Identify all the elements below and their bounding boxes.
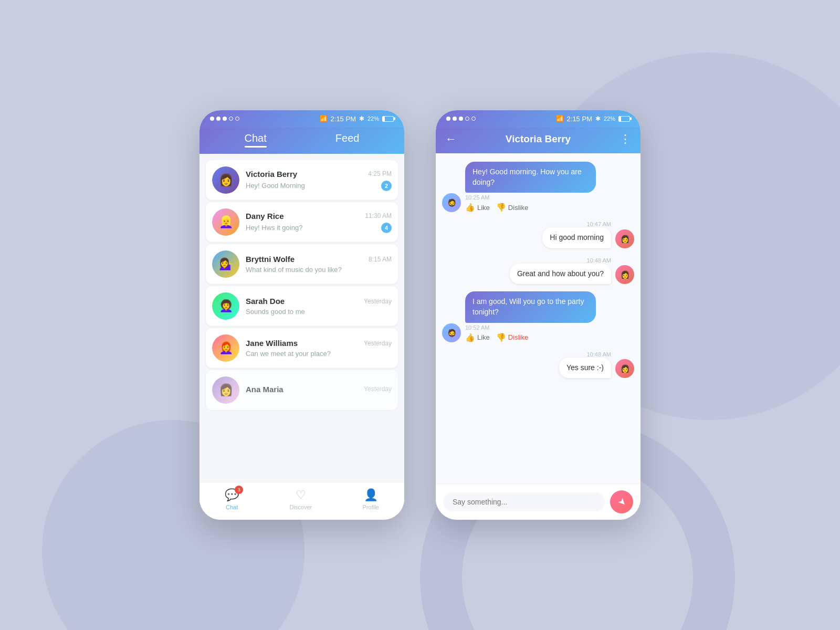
- chat-preview-row: What kind of music do you like?: [246, 266, 392, 274]
- battery-bar-2: [618, 116, 630, 122]
- message-time: 10:25 AM: [465, 194, 596, 201]
- list-item[interactable]: 👱‍♀️ Dany Rice 11:30 AM Hey! Hws it goin…: [206, 202, 398, 242]
- chat-name: Jane Williams: [246, 339, 298, 348]
- like-button[interactable]: 👍 Like: [465, 203, 490, 212]
- status-time-1: 2:15 PM: [331, 115, 356, 123]
- avatar-img: 👩‍🦰: [212, 334, 239, 362]
- chat-preview-row: Can we meet at your place?: [246, 350, 392, 358]
- dislike-button[interactable]: 👎 Dislike: [496, 333, 528, 342]
- chat-preview: Can we meet at your place?: [246, 350, 331, 358]
- avatar: 💁‍♀️: [212, 250, 239, 278]
- nav-item-discover[interactable]: ♡ Discover: [289, 488, 312, 510]
- signal-dots-2: [446, 117, 476, 121]
- list-item[interactable]: 👩‍🦱 Sarah Doe Yesterday Sounds good to m…: [206, 286, 398, 326]
- chat-name-row: Jane Williams Yesterday: [246, 339, 392, 348]
- nav-item-chat[interactable]: 💬 3 Chat: [225, 488, 239, 510]
- list-item[interactable]: 💁‍♀️ Bryttni Wolfe 8:15 AM What kind of …: [206, 244, 398, 284]
- chat-name: Bryttni Wolfe: [246, 255, 295, 264]
- chat-info: Bryttni Wolfe 8:15 AM What kind of music…: [246, 255, 392, 274]
- messages-area: 🧔 Hey! Good morning. How you are doing? …: [436, 153, 640, 484]
- chat-name: Sarah Doe: [246, 297, 285, 306]
- bluetooth-icon: ✱: [359, 115, 364, 122]
- chat-name-row: Dany Rice 11:30 AM: [246, 212, 392, 220]
- battery-fill-2: [619, 117, 621, 121]
- bluetooth-icon-2: ✱: [595, 115, 601, 122]
- message-content: 10:47 AM Hi good morning: [542, 219, 611, 248]
- chat-time: Yesterday: [364, 340, 392, 347]
- like-icon: 👍: [465, 333, 475, 342]
- like-label: Like: [477, 333, 490, 341]
- send-icon: ➤: [615, 495, 629, 509]
- dot4: [229, 117, 233, 121]
- battery-bar-1: [382, 116, 394, 122]
- chat-time: 4:25 PM: [368, 170, 392, 177]
- avatar-img: 💁‍♀️: [212, 250, 239, 278]
- chat-time: Yesterday: [364, 298, 392, 305]
- dislike-label: Dislike: [508, 333, 528, 341]
- nav-item-profile[interactable]: 👤 Profile: [363, 488, 379, 510]
- chat-time: 8:15 AM: [369, 256, 392, 263]
- bottom-navigation: 💬 3 Chat ♡ Discover 👤 Profile: [200, 482, 404, 520]
- dot1: [210, 117, 214, 121]
- message-time: 10:47 AM: [587, 221, 611, 227]
- chat-list: 👩 Victoria Berry 4:25 PM Hey! Good Morni…: [200, 154, 404, 482]
- chat-info: Jane Williams Yesterday Can we meet at y…: [246, 339, 392, 358]
- avatar-img: 👱‍♀️: [212, 208, 239, 236]
- status-bar-1: 📶 2:15 PM ✱ 22%: [200, 110, 404, 127]
- dot2: [216, 117, 220, 121]
- nav-label-chat: Chat: [226, 504, 238, 510]
- chat-info: Ana Maria Yesterday: [246, 385, 392, 396]
- avatar: 👩: [212, 166, 239, 194]
- message-bubble: I am good, Will you go to the party toni…: [465, 291, 596, 322]
- message-row: 🧔 I am good, Will you go to the party to…: [442, 291, 634, 342]
- message-bubble: Great and how about you?: [510, 264, 611, 285]
- back-button[interactable]: ←: [445, 132, 457, 146]
- avatar-img: 👩: [212, 376, 239, 404]
- message-content: 10:48 AM Yes sure :-): [559, 350, 611, 379]
- message-content: I am good, Will you go to the party toni…: [465, 291, 596, 342]
- avatar-img: 👩: [212, 166, 239, 194]
- list-item[interactable]: 👩 Victoria Berry 4:25 PM Hey! Good Morni…: [206, 160, 398, 200]
- message-bubble: Hi good morning: [542, 227, 611, 248]
- message-row: 🧔 Hey! Good morning. How you are doing? …: [442, 162, 634, 212]
- chat-name: Dany Rice: [246, 212, 284, 220]
- avatar: 👩‍🦰: [212, 334, 239, 362]
- nav-label-discover: Discover: [289, 504, 312, 510]
- battery-fill-1: [383, 117, 385, 121]
- list-item[interactable]: 👩 Ana Maria Yesterday: [206, 370, 398, 410]
- chat-list-header: Chat Feed: [200, 127, 404, 154]
- like-button[interactable]: 👍 Like: [465, 333, 490, 342]
- send-button[interactable]: ➤: [610, 490, 633, 513]
- message-bubble: Yes sure :-): [559, 358, 611, 379]
- chat-preview: Sounds good to me: [246, 308, 305, 316]
- chat-preview-row: Hey! Hws it going? 4: [246, 223, 392, 233]
- message-content: 10:48 AM Great and how about you?: [510, 256, 611, 285]
- recipient-avatar: 👩: [615, 229, 634, 248]
- more-options-button[interactable]: ⋮: [620, 132, 631, 146]
- list-item[interactable]: 👩‍🦰 Jane Williams Yesterday Can we meet …: [206, 328, 398, 368]
- sender-avatar: 🧔: [442, 193, 461, 212]
- chat-preview-row: Hey! Good Morning 2: [246, 181, 392, 191]
- nav-badge: 3: [235, 486, 243, 494]
- message-input-area: ➤: [436, 484, 640, 520]
- dislike-icon: 👎: [496, 333, 506, 342]
- tab-feed[interactable]: Feed: [335, 132, 360, 148]
- unread-badge: 4: [381, 223, 392, 233]
- chat-time: 11:30 AM: [365, 212, 392, 219]
- dislike-button[interactable]: 👎 Dislike: [496, 203, 528, 212]
- tab-chat[interactable]: Chat: [245, 132, 267, 148]
- message-time: 10:48 AM: [587, 257, 611, 264]
- chat-preview: Hey! Good Morning: [246, 182, 305, 190]
- status-time-2: 2:15 PM: [567, 115, 592, 123]
- chat-detail-header: ← Victoria Berry ⋮: [436, 127, 640, 153]
- message-input[interactable]: [443, 492, 605, 511]
- chat-info: Sarah Doe Yesterday Sounds good to me: [246, 297, 392, 316]
- header-tabs: Chat Feed: [200, 132, 404, 154]
- message-row: 👩 10:48 AM Yes sure :-): [442, 350, 634, 379]
- dislike-label: Dislike: [508, 204, 528, 212]
- message-row: 👩 10:48 AM Great and how about you?: [442, 256, 634, 285]
- status-bar-2: 📶 2:15 PM ✱ 22%: [436, 110, 640, 127]
- discover-nav-icon: ♡: [296, 488, 306, 502]
- message-bubble: Hey! Good morning. How you are doing?: [465, 162, 596, 193]
- dot5: [471, 117, 476, 121]
